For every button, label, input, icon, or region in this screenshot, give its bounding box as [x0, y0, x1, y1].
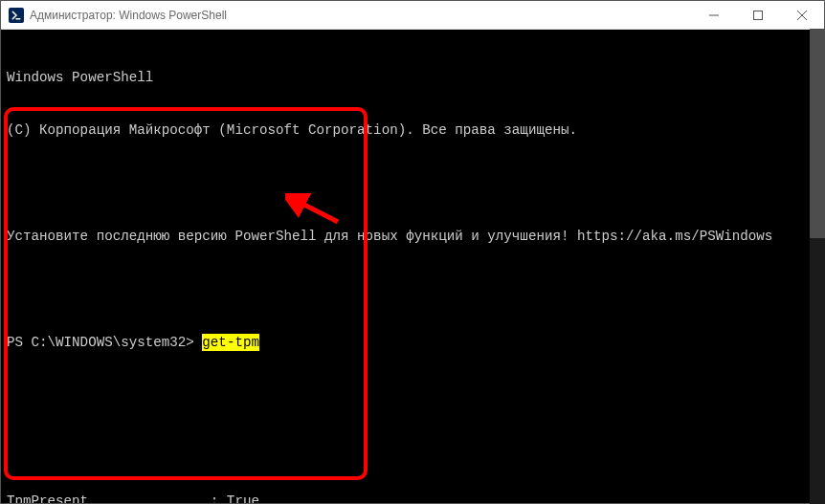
output-row: TpmPresent : True: [7, 493, 818, 503]
prompt-line: PS C:\WINDOWS\system32> get-tpm: [7, 334, 818, 351]
close-button[interactable]: [780, 1, 824, 30]
blank-line: [7, 175, 818, 192]
banner-line: Windows PowerShell: [7, 69, 818, 86]
blank-line: [7, 439, 818, 456]
terminal-output[interactable]: Windows PowerShell (C) Корпорация Майкро…: [1, 30, 824, 503]
scrollbar-thumb[interactable]: [810, 29, 825, 238]
window-controls: [692, 1, 824, 30]
command-text: get-tpm: [202, 334, 259, 351]
blank-line: [7, 280, 818, 297]
powershell-window: Администратор: Windows PowerShell Window…: [0, 0, 825, 504]
banner-line: (C) Корпорация Майкрософт (Microsoft Cor…: [7, 121, 818, 139]
window-title: Администратор: Windows PowerShell: [30, 9, 227, 22]
banner-line: Установите последнюю версию PowerShell д…: [7, 228, 818, 245]
titlebar-left: Администратор: Windows PowerShell: [1, 8, 227, 23]
minimize-button[interactable]: [692, 1, 736, 30]
scrollbar[interactable]: [810, 29, 825, 504]
prompt-text: PS C:\WINDOWS\system32>: [7, 334, 202, 351]
svg-rect-1: [754, 11, 763, 19]
blank-line: [7, 386, 818, 404]
maximize-button[interactable]: [736, 1, 780, 30]
output-block: TpmPresent : TrueTpmReady : TrueTpmEnabl…: [7, 493, 818, 503]
powershell-icon: [9, 8, 24, 23]
titlebar: Администратор: Windows PowerShell: [1, 1, 824, 30]
